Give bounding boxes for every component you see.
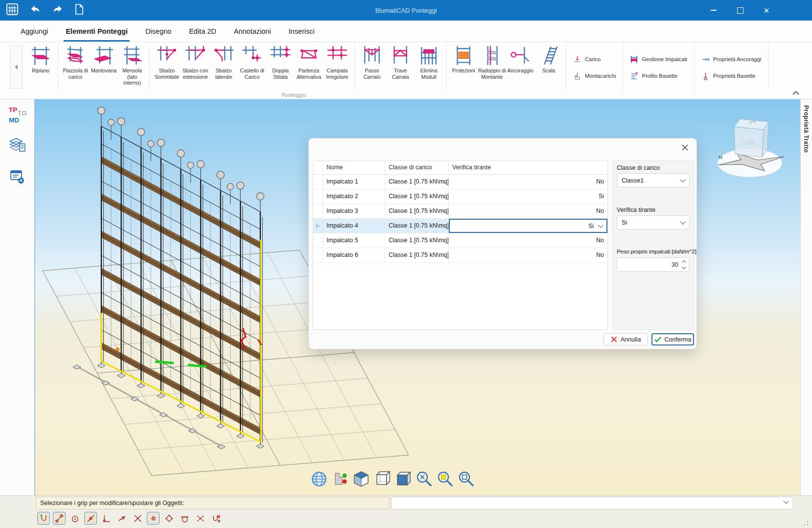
globe-button[interactable]: [310, 470, 328, 488]
close-icon[interactable]: ✕: [763, 7, 770, 14]
ribbon-button-passo-carraio[interactable]: Passo Carraio: [358, 43, 386, 92]
cell-classe-di-carico[interactable]: Classe 1 [0.75 kN\mq]: [385, 219, 449, 233]
right-panel-strip[interactable]: Proprietà Tratto: [800, 99, 812, 495]
table-row-impalcato-1[interactable]: Impalcato 1Classe 1 [0.75 kN\mq]No: [313, 175, 607, 189]
tab-edita-2d[interactable]: Edita 2D: [189, 21, 216, 42]
ribbon-button-sbalzo-con-estensione[interactable]: Sbalzo con estensione: [181, 43, 209, 92]
model-visibility-button[interactable]: [331, 470, 349, 488]
ribbon-button-label: Sbalzo laterale: [209, 68, 238, 80]
ribbon-button-radoppio-di-montante[interactable]: Radoppio di Montante: [478, 43, 506, 92]
ribbon-button-mensola-lato-interno[interactable]: Mensola (lato interno): [118, 43, 146, 92]
spin-down-icon[interactable]: [682, 265, 686, 269]
cell-nome[interactable]: Impalcato 1: [323, 175, 385, 189]
tab-aggiungi[interactable]: Aggiungi: [21, 21, 48, 42]
zoom-extents-button[interactable]: [415, 470, 434, 488]
snap-midpoint-button[interactable]: [84, 512, 97, 525]
peso-proprio-input[interactable]: 30: [617, 257, 690, 272]
cell-classe-di-carico[interactable]: Classe 1 [0.75 kN\mq]: [385, 248, 449, 262]
snap-perpendicular-button[interactable]: [100, 512, 113, 525]
snap-magnet-button[interactable]: [37, 512, 50, 525]
spinner-arrows[interactable]: [682, 261, 685, 269]
ribbon-button-sbalzo-laterale[interactable]: Sbalzo laterale: [209, 43, 238, 92]
tab-inserisci[interactable]: Inserisci: [289, 21, 315, 42]
ribbon-button-mantovana[interactable]: Mantovana: [90, 43, 118, 92]
cell-verifica-tirante[interactable]: No: [449, 204, 607, 218]
zoom-window-button[interactable]: [436, 470, 455, 488]
minimize-icon[interactable]: [710, 7, 717, 14]
dialog-close-button[interactable]: [680, 142, 690, 152]
ribbon-button-montacarichi[interactable]: Montacarichi: [573, 72, 616, 80]
snap-quadrant-button[interactable]: [162, 512, 175, 525]
table-row-impalcato-5[interactable]: Impalcato 5Classe 1 [0.75 kN\mq]No: [313, 233, 607, 248]
snap-endpoint-button[interactable]: [53, 512, 66, 525]
tab-annotazioni[interactable]: Annotazioni: [234, 21, 271, 42]
cell-verifica-tirante[interactable]: No: [449, 248, 607, 262]
view-solid-button[interactable]: [394, 470, 413, 488]
list-gear-icon[interactable]: [8, 167, 27, 186]
ribbon-button-propriet-ancoraggi[interactable]: Proprietà Ancoraggi: [701, 55, 761, 64]
cell-verifica-tirante[interactable]: Si: [449, 189, 607, 204]
cell-classe-di-carico[interactable]: Classe 1 [0.75 kN\mq]: [385, 233, 449, 248]
column-header-nome[interactable]: Nome: [323, 161, 385, 174]
verifica-tirante-cell-select[interactable]: Si: [449, 219, 607, 233]
command-input[interactable]: [391, 497, 793, 509]
ribbon-button-doppia-stilata[interactable]: Doppia Stilata: [266, 43, 295, 92]
ribbon-button-elimina-moduli[interactable]: Elimina Moduli: [415, 43, 443, 92]
view-iso-button[interactable]: [352, 470, 371, 488]
snap-tangent-button[interactable]: [178, 512, 191, 525]
cell-verifica-tirante[interactable]: No: [449, 175, 607, 189]
ribbon-scroll-left-button[interactable]: [10, 46, 23, 89]
classe-di-carico-select[interactable]: Classe1: [617, 173, 690, 187]
ribbon-button-trave-carraia[interactable]: Trave Carraia: [386, 43, 415, 92]
verifica-tirante-select[interactable]: Si: [617, 215, 690, 230]
annulla-button[interactable]: Annulla: [603, 333, 648, 345]
maximize-icon[interactable]: [737, 7, 743, 14]
snap-intersection-button[interactable]: [131, 512, 144, 525]
snap-apparent-intersection-button[interactable]: [194, 512, 207, 525]
spin-up-icon[interactable]: [682, 260, 686, 264]
ribbon-button-gestione-impalcati[interactable]: Gestione Impalcati: [630, 55, 687, 64]
ribbon-button-profilo-basette[interactable]: Profilo Basette: [630, 72, 687, 80]
cell-classe-di-carico[interactable]: Classe 1 [0.75 kN\mq]: [385, 189, 449, 204]
ribbon-button-carico[interactable]: Carico: [573, 55, 616, 64]
ribbon-button-protezioni[interactable]: Protezioni: [449, 43, 478, 92]
conferma-button[interactable]: Conferma: [651, 333, 694, 345]
ribbon-button-partenza-alternativa[interactable]: Partenza Alternativa: [295, 43, 323, 92]
ribbon-button-castello-di-carico[interactable]: Castello di Carico: [238, 43, 266, 92]
column-header-verifica-tirante[interactable]: Verifica tirante: [449, 161, 607, 174]
ribbon-collapse-button[interactable]: [791, 89, 800, 95]
cell-verifica-tirante[interactable]: No: [449, 233, 607, 248]
table-row-impalcato-4[interactable]: ▷Impalcato 4Classe 1 [0.75 kN\mq]Si: [313, 219, 607, 233]
cell-classe-di-carico[interactable]: Classe 1 [0.75 kN\mq]: [385, 175, 449, 189]
table-row-impalcato-6[interactable]: Impalcato 6Classe 1 [0.75 kN\mq]No: [313, 248, 607, 263]
cell-verifica-tirante[interactable]: Si: [449, 219, 607, 233]
tab-disegno[interactable]: Disegno: [145, 21, 171, 42]
ribbon-button-piazzola-di-carico[interactable]: Piazzola di carico: [61, 43, 90, 92]
tp-tg-md-logo[interactable]: TP TG MD: [5, 106, 28, 128]
cell-nome[interactable]: Impalcato 4: [323, 219, 385, 233]
table-row-impalcato-3[interactable]: Impalcato 3Classe 1 [0.75 kN\mq]No: [313, 204, 607, 219]
resize-grip[interactable]: [802, 519, 808, 525]
ribbon-button-ancoraggio[interactable]: Ancoraggio: [506, 43, 534, 92]
layers-document-icon[interactable]: [8, 135, 27, 154]
cell-nome[interactable]: Impalcato 5: [323, 233, 385, 248]
table-row-impalcato-2[interactable]: Impalcato 2Classe 1 [0.75 kN\mq]Si: [313, 189, 607, 204]
ribbon-button-campata-irregolare[interactable]: Campata Irregolare: [323, 43, 351, 92]
column-header-classe-di-carico[interactable]: Classe di carico: [385, 161, 449, 174]
snap-magnet-off-button[interactable]: [209, 512, 222, 525]
ribbon-button-scala[interactable]: Scala: [534, 43, 563, 92]
ribbon-button-propriet-basette[interactable]: Proprietà Basette: [701, 72, 761, 80]
snap-nearest-button[interactable]: [116, 512, 128, 525]
view-wireframe-button[interactable]: [373, 470, 392, 488]
ribbon-button-ripiano[interactable]: Ripiano: [26, 43, 55, 92]
snap-node-button[interactable]: [147, 512, 160, 525]
cell-nome[interactable]: Impalcato 2: [323, 189, 385, 204]
cell-classe-di-carico[interactable]: Classe 1 [0.75 kN\mq]: [385, 204, 449, 218]
ribbon-button-sbalzo-sommitale[interactable]: Sbalzo Sommitale: [153, 43, 181, 92]
snap-center-button[interactable]: [69, 512, 81, 525]
view-cube[interactable]: N Left: [710, 109, 793, 180]
zoom-previous-button[interactable]: [457, 470, 476, 488]
cell-nome[interactable]: Impalcato 6: [323, 248, 385, 262]
tab-elementi-ponteggi[interactable]: Elementi Ponteggi: [66, 21, 128, 42]
cell-nome[interactable]: Impalcato 3: [323, 204, 385, 218]
